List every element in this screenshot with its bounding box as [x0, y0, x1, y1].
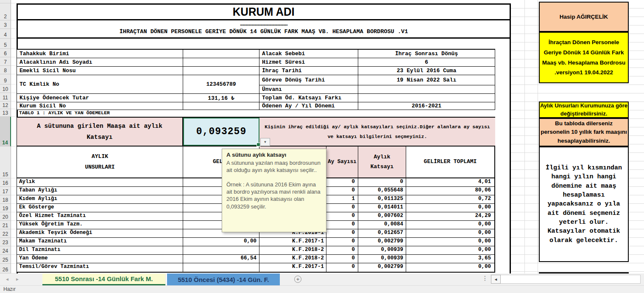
row-header[interactable]: 16	[0, 178, 11, 187]
gelir-cell[interactable]: 66,54	[183, 255, 259, 263]
splitter-grip-icon[interactable]: ⋮	[482, 275, 488, 282]
ay-cell[interactable]: 0	[326, 229, 358, 237]
row-header[interactable]: 14	[0, 117, 11, 146]
label-cell[interactable]: Makam Tazminatı	[17, 238, 183, 246]
scroll-left-arrow-icon[interactable]: ◄	[491, 275, 501, 284]
katsayi-cell[interactable]: 0,055648	[358, 187, 406, 195]
form-value-cell[interactable]: 131,16 ₺	[183, 94, 259, 102]
donem-cell[interactable]: K.F.2018-2	[259, 255, 326, 263]
form-value-cell[interactable]: 19 Nisan 2022 Salı	[358, 75, 495, 85]
ay-cell[interactable]: 0	[326, 255, 358, 263]
form-value-cell[interactable]: İhraç Sonrası Dönüş	[358, 50, 495, 58]
row-header[interactable]: 12	[0, 101, 11, 109]
toplam-cell[interactable]: 4,01	[406, 178, 495, 186]
selected-cell[interactable]: 0,093259	[183, 118, 259, 146]
form-label-cell[interactable]: Kişiye Ödenecek Tutar	[17, 94, 183, 102]
ay-cell[interactable]: 0	[326, 204, 358, 212]
form-label-cell[interactable]: Emekli Sicil Nosu	[17, 67, 183, 75]
katsayi-cell[interactable]: 0,002799	[358, 263, 406, 272]
subtitle-cell[interactable]: ........................................…	[17, 20, 511, 39]
katsayi-cell[interactable]: 0,002799	[358, 238, 406, 246]
label-cell[interactable]: Dil Tazminatı	[17, 246, 183, 254]
katsayi-cell[interactable]: 0,00939	[358, 246, 406, 254]
ay-cell[interactable]: 0	[326, 212, 358, 220]
toplam-cell[interactable]: 0,00	[406, 204, 495, 212]
form-label-cell[interactable]: Göreve Dönüş Tarihi	[259, 75, 358, 85]
label-cell[interactable]: Aylık	[17, 178, 183, 186]
header-aylik-katsayi-cell[interactable]: Aylık Katsayı	[358, 146, 406, 177]
katsayi-cell[interactable]: 0,012657	[358, 229, 406, 237]
row-header[interactable]	[0, 0, 11, 3]
fill-handle[interactable]	[256, 143, 260, 146]
form-value-cell[interactable]: 23 Eylül 2016 Cuma	[358, 67, 495, 75]
row-header[interactable]: 11	[0, 93, 11, 101]
form-value-cell[interactable]: 123456789	[183, 75, 259, 93]
toplam-cell[interactable]: 3,65	[406, 255, 495, 263]
header-ay-sayisi-cell[interactable]: Ay Sayısı	[326, 146, 358, 177]
validation-dropdown-button[interactable]: ▼	[260, 138, 270, 146]
sheet-tab-inactive[interactable]: 5510 Öncesi (5434) -14 Gün. F.	[166, 273, 280, 285]
row-header[interactable]: 3	[0, 20, 11, 29]
ay-cell[interactable]: 0	[326, 238, 358, 246]
form-label-cell[interactable]: İhraç Tarihi	[259, 67, 358, 75]
katsayi-cell[interactable]: 0,0084	[358, 221, 406, 229]
form-label-cell[interactable]: Tahakkuk Birimi	[17, 50, 183, 58]
row-header[interactable]: 19	[0, 204, 11, 212]
katsayi-cell[interactable]: 0,00939	[358, 255, 406, 263]
toplam-cell[interactable]: 0,72	[406, 195, 495, 203]
header-gelirler-toplami-cell[interactable]: GELİRLER TOPLAMI	[406, 146, 495, 177]
form-label-cell[interactable]: Ünvanı	[259, 85, 358, 93]
form-value-cell[interactable]: 2016-2021	[358, 102, 495, 110]
ay-cell[interactable]: 0	[326, 178, 358, 186]
row-header[interactable]: 10	[0, 85, 11, 93]
toplam-cell[interactable]: 0,00	[406, 229, 495, 237]
form-label-cell[interactable]: TC Kimlik No	[17, 75, 183, 93]
toplam-cell[interactable]: 80,06	[406, 187, 495, 195]
kurum-adi-title-cell[interactable]: KURUM ADI	[17, 3, 511, 20]
toplam-cell[interactable]: 0,00	[406, 263, 495, 272]
form-label-cell[interactable]: Hizmet Süresi	[259, 58, 358, 66]
label-cell[interactable]: Yan Ödeme	[17, 255, 183, 263]
row-header[interactable]: 4	[0, 29, 11, 39]
form-label-cell[interactable]: Kurum Sicil No	[17, 102, 183, 110]
tab-scroll-right-icon[interactable]: ►	[15, 277, 25, 282]
row-header[interactable]: 7	[0, 57, 11, 66]
label-cell[interactable]: Ek Gösterge	[17, 204, 183, 212]
row-header[interactable]: 25	[0, 255, 11, 264]
gelir-cell[interactable]	[183, 246, 259, 254]
toplam-cell[interactable]: 0,00	[406, 221, 495, 229]
horizontal-scrollbar[interactable]: ◄	[491, 275, 641, 284]
row-header[interactable]: 13	[0, 109, 11, 117]
row-header[interactable]: 2	[0, 3, 11, 20]
form-value-cell[interactable]: 6	[358, 58, 495, 66]
row-header[interactable]: 21	[0, 221, 11, 229]
ay-cell[interactable]: 0	[326, 187, 358, 195]
label-cell[interactable]: Temsil/Görev Tazminatı	[17, 263, 183, 272]
donem-cell[interactable]: K.F.2017-1	[259, 263, 326, 272]
katsayi-label-cell[interactable]: A sütununa girilen Maaşa ait aylık Katsa…	[17, 118, 183, 146]
row-header[interactable]: 8	[0, 66, 11, 74]
ay-cell[interactable]: 1	[326, 195, 358, 203]
add-sheet-button[interactable]: +	[294, 276, 301, 283]
ay-cell[interactable]: 0	[326, 246, 358, 254]
katsayi-cell[interactable]: 0,014011	[358, 204, 406, 212]
katsayi-instruction-cell[interactable]: Kişinin ihraç edildiği ay/ aylık katsayı…	[259, 118, 495, 146]
form-value-cell[interactable]	[183, 50, 259, 58]
row-header[interactable]: 5	[0, 39, 11, 49]
toplam-cell[interactable]: 0,00	[406, 238, 495, 246]
row-header[interactable]: 6	[0, 49, 11, 57]
ay-cell[interactable]: 0	[326, 263, 358, 272]
row-header[interactable]: 26	[0, 264, 11, 273]
scrollbar-thumb[interactable]	[501, 275, 641, 284]
ay-cell[interactable]: 0	[326, 221, 358, 229]
form-value-cell[interactable]	[358, 85, 495, 93]
toplam-cell[interactable]: 0,00	[406, 246, 495, 254]
toplam-cell[interactable]: 24,29	[406, 212, 495, 220]
katsayi-cell[interactable]: 0,011325	[358, 195, 406, 203]
label-cell[interactable]: Özel Hizmet Tazminatı	[17, 212, 183, 220]
row-header[interactable]: 18	[0, 195, 11, 204]
header-unsurlar-cell[interactable]: AYLIK UNSURLARI	[17, 146, 183, 177]
label-cell[interactable]: Taban Aylığı	[17, 187, 183, 195]
donem-cell[interactable]: K.F.2018-2	[259, 246, 326, 254]
form-value-cell[interactable]	[183, 58, 259, 66]
